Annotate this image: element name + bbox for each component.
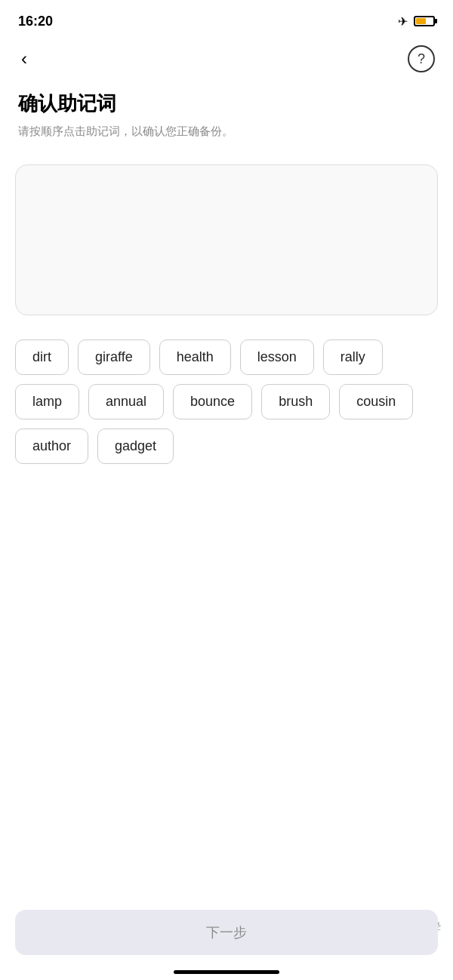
selection-box: [15, 164, 438, 315]
back-button[interactable]: ‹: [18, 47, 30, 71]
word-chip-dirt[interactable]: dirt: [15, 339, 69, 375]
battery-fill: [416, 18, 426, 24]
word-chip-author[interactable]: author: [15, 429, 88, 464]
page-subtitle: 请按顺序点击助记词，以确认您正确备份。: [18, 123, 435, 140]
nav-bar: ‹ ?: [0, 39, 453, 78]
header: 确认助记词 请按顺序点击助记词，以确认您正确备份。: [0, 78, 453, 146]
word-chip-health[interactable]: health: [159, 339, 231, 375]
word-chip-rally[interactable]: rally: [323, 339, 383, 375]
word-chip-cousin[interactable]: cousin: [339, 384, 413, 419]
battery-icon: [414, 16, 435, 26]
status-bar: 16:20 ✈: [0, 0, 453, 39]
help-button[interactable]: ?: [408, 45, 435, 72]
word-chip-annual[interactable]: annual: [88, 384, 164, 419]
airplane-icon: ✈: [398, 14, 408, 29]
words-container: dirtgiraffehealthlessonrallylampannualbo…: [0, 333, 453, 470]
bottom-section: 下一步: [0, 910, 453, 980]
word-chip-bounce[interactable]: bounce: [173, 384, 252, 419]
word-chip-lamp[interactable]: lamp: [15, 384, 79, 419]
home-indicator: [174, 970, 279, 974]
page-title: 确认助记词: [18, 91, 435, 117]
status-time: 16:20: [18, 14, 53, 29]
status-icons: ✈: [398, 14, 435, 29]
next-button[interactable]: 下一步: [15, 910, 438, 955]
word-chip-lesson[interactable]: lesson: [240, 339, 314, 375]
word-chip-brush[interactable]: brush: [261, 384, 330, 419]
word-chip-giraffe[interactable]: giraffe: [78, 339, 150, 375]
word-chip-gadget[interactable]: gadget: [97, 429, 174, 464]
